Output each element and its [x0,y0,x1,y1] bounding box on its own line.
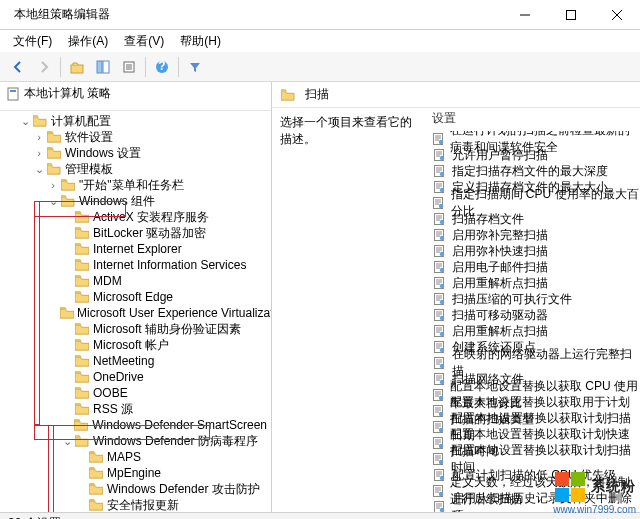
tree-item-maps[interactable]: MAPS [0,449,271,465]
setting-label: 启用重解析点扫描 [452,323,548,340]
folder-icon [74,402,90,416]
folder-icon [74,434,90,448]
tree-item-computer-config[interactable]: ⌄计算机配置 [0,113,271,129]
svg-rect-10 [10,90,16,92]
tree-item-mdm[interactable]: MDM [0,273,271,289]
policy-setting-icon [432,132,444,146]
tree-item-label: Windows 设置 [65,145,145,161]
watermark: 系统粉 www.win7999.com [553,472,636,515]
setting-label: 启用弥补快速扫描 [452,243,548,260]
show-hide-tree-button[interactable] [91,55,115,79]
tree-item-label: MDM [93,273,126,289]
forward-button[interactable] [32,55,56,79]
folder-icon [88,450,104,464]
tree-item-ms-account[interactable]: Microsoft 帐户 [0,337,271,353]
help-button[interactable]: ? [150,55,174,79]
tree-item-smartscreen[interactable]: Windows Defender SmartScreen [0,417,271,433]
policy-setting-icon [432,340,446,354]
setting-label: 扫描存档文件 [452,211,524,228]
tree-item-label: Internet Information Services [93,257,250,273]
menu-file[interactable]: 文件(F) [6,31,59,52]
chevron-right-icon[interactable]: › [46,177,60,193]
maximize-button[interactable] [548,0,594,30]
folder-open-icon [280,88,296,102]
menu-help[interactable]: 帮助(H) [173,31,228,52]
tree-item-windows-settings[interactable]: ›Windows 设置 [0,145,271,161]
policy-icon [6,87,20,101]
setting-item[interactable]: 启用弥补完整扫描 [432,227,640,243]
tree-item-label: RSS 源 [93,401,137,417]
close-button[interactable] [594,0,640,30]
folder-icon [88,482,104,496]
folder-icon [46,146,62,160]
tree-item-software-settings[interactable]: ›软件设置 [0,129,271,145]
settings-list[interactable]: 在运行计划的扫描之前检查最新的病毒和间谍软件安全允许用户暂停扫描指定扫描存档文件… [422,131,640,512]
filter-button[interactable] [183,55,207,79]
setting-item[interactable]: 在映射的网络驱动器上运行完整扫描 [432,355,640,371]
tree-item-netmeeting[interactable]: NetMeeting [0,353,271,369]
policy-setting-icon [432,500,446,512]
chevron-down-icon[interactable]: ⌄ [46,193,60,209]
minimize-button[interactable] [502,0,548,30]
svg-point-36 [440,332,444,336]
tree-item-onedrive[interactable]: OneDrive [0,369,271,385]
back-button[interactable] [6,55,30,79]
column-header-setting[interactable]: 设置 [422,108,640,131]
policy-setting-icon [432,308,446,322]
tree-item-label: 计算机配置 [51,113,115,129]
details-title: 扫描 [305,86,329,103]
tree-item-oobe[interactable]: OOBE [0,385,271,401]
menu-action[interactable]: 操作(A) [61,31,115,52]
setting-item[interactable]: 指定扫描存档文件的最大深度 [432,163,640,179]
policy-setting-icon [432,244,446,258]
chevron-down-icon[interactable]: ⌄ [18,113,32,129]
setting-item[interactable]: 指定扫描期间 CPU 使用率的最大百分比 [432,195,640,211]
tree-item-iis[interactable]: Internet Information Services [0,257,271,273]
setting-item[interactable]: 启用重解析点扫描 [432,275,640,291]
folder-icon [74,418,90,432]
tree-item-windows-components[interactable]: ⌄Windows 组件 [0,193,271,209]
folder-icon [74,290,90,304]
policy-setting-icon [432,388,444,402]
tree-item-uev[interactable]: Microsoft User Experience Virtualization [0,305,271,321]
tree-item-label: OOBE [93,385,132,401]
setting-item[interactable]: 启用弥补快速扫描 [432,243,640,259]
tree-item-bitlocker[interactable]: BitLocker 驱动器加密 [0,225,271,241]
setting-item[interactable]: 扫描可移动驱动器 [432,307,640,323]
export-list-button[interactable] [117,55,141,79]
setting-label: 启用电子邮件扫描 [452,259,548,276]
tree-item-defender-av[interactable]: ⌄Windows Defender 防病毒程序 [0,433,271,449]
setting-item[interactable]: 启用电子邮件扫描 [432,259,640,275]
description-hint: 选择一个项目来查看它的描述。 [272,108,422,512]
tree-item-edge[interactable]: Microsoft Edge [0,289,271,305]
setting-item[interactable]: 在运行计划的扫描之前检查最新的病毒和间谍软件安全 [432,131,640,147]
tree-item-label: 管理模板 [65,161,117,177]
tree[interactable]: ⌄计算机配置›软件设置›Windows 设置⌄管理模板›"开始"菜单和任务栏⌄W… [0,111,271,513]
setting-label: 允许用户暂停扫描 [452,147,548,164]
tree-item-label: MAPS [107,449,145,465]
setting-item[interactable]: 扫描压缩的可执行文件 [432,291,640,307]
watermark-url: www.win7999.com [553,504,636,515]
chevron-down-icon[interactable]: ⌄ [32,161,46,177]
tree-item-mpengine[interactable]: MpEngine [0,465,271,481]
tree-item-label: Microsoft User Experience Virtualization [77,305,271,321]
up-button[interactable] [65,55,89,79]
tree-item-atp[interactable]: Windows Defender 攻击防护 [0,481,271,497]
svg-point-18 [440,188,444,192]
tree-item-sec-id[interactable]: Microsoft 辅助身份验证因素 [0,321,271,337]
chevron-down-icon[interactable]: ⌄ [60,433,74,449]
tree-item-activex[interactable]: ActiveX 安装程序服务 [0,209,271,225]
menu-view[interactable]: 查看(V) [117,31,171,52]
svg-point-50 [439,444,443,448]
tree-item-sec-intel[interactable]: 安全情报更新 [0,497,271,513]
tree-item-admin-templates[interactable]: ⌄管理模板 [0,161,271,177]
tree-item-label: "开始"菜单和任务栏 [79,177,188,193]
tree-item-start-taskbar[interactable]: ›"开始"菜单和任务栏 [0,177,271,193]
setting-item[interactable]: 配置本地设置替换以获取计划扫描时间 [432,451,640,467]
setting-item[interactable]: 启用重解析点扫描 [432,323,640,339]
tree-item-ie[interactable]: Internet Explorer [0,241,271,257]
chevron-right-icon[interactable]: › [32,145,46,161]
chevron-right-icon[interactable]: › [32,129,46,145]
tree-item-rss[interactable]: RSS 源 [0,401,271,417]
svg-point-42 [440,380,444,384]
